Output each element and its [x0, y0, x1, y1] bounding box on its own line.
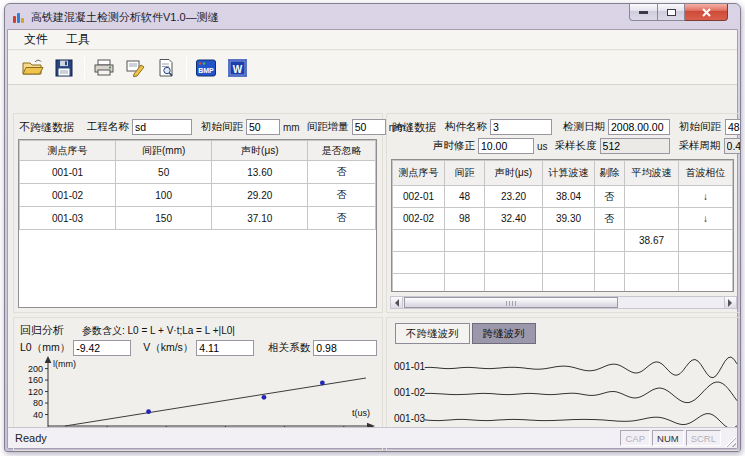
- print-setup-button[interactable]: [122, 55, 148, 81]
- table-cell[interactable]: 50: [116, 161, 212, 184]
- column-header[interactable]: 间距: [445, 161, 485, 186]
- sample-period-input[interactable]: [724, 138, 741, 154]
- table-cell[interactable]: 001-03: [20, 207, 116, 230]
- table-cell[interactable]: 150: [116, 207, 212, 230]
- column-header[interactable]: 声时(μs): [212, 141, 308, 161]
- table-cell[interactable]: [733, 208, 735, 230]
- crossed-table-hscrollbar[interactable]: [390, 296, 737, 309]
- table-cell[interactable]: 23.20: [485, 186, 543, 208]
- table-cell[interactable]: [543, 274, 595, 293]
- table-cell[interactable]: [679, 230, 733, 252]
- crossed-init-spacing-input[interactable]: [725, 119, 741, 135]
- inspect-date-input[interactable]: [608, 119, 670, 135]
- menu-tools[interactable]: 工具: [59, 29, 97, 50]
- table-cell[interactable]: [733, 274, 735, 293]
- table-cell[interactable]: [445, 252, 485, 274]
- table-row[interactable]: 38.67: [393, 230, 735, 252]
- save-button[interactable]: [51, 55, 77, 81]
- table-cell[interactable]: [393, 252, 445, 274]
- column-header[interactable]: 首波相位: [679, 161, 733, 186]
- table-row[interactable]: 001-0315037.10否: [20, 207, 376, 230]
- column-header[interactable]: 选定: [733, 161, 735, 186]
- table-row[interactable]: [393, 274, 735, 293]
- table-cell[interactable]: [625, 252, 679, 274]
- increment-input[interactable]: [352, 119, 386, 135]
- scroll-left-button[interactable]: [391, 297, 403, 308]
- table-cell[interactable]: [485, 230, 543, 252]
- table-cell[interactable]: 否: [308, 184, 376, 207]
- table-cell[interactable]: [485, 252, 543, 274]
- table-cell[interactable]: 38.04: [543, 186, 595, 208]
- scrollbar-thumb[interactable]: [404, 297, 618, 308]
- export-bmp-button[interactable]: BMP: [193, 55, 219, 81]
- table-row[interactable]: 001-0210029.20否: [20, 184, 376, 207]
- table-cell[interactable]: 39.30: [543, 208, 595, 230]
- table-cell[interactable]: 32.40: [485, 208, 543, 230]
- table-cell[interactable]: [595, 252, 625, 274]
- table-cell[interactable]: [393, 230, 445, 252]
- table-cell[interactable]: 98: [445, 208, 485, 230]
- tab-uncrossed-waves[interactable]: 不跨缝波列: [395, 323, 470, 344]
- column-header[interactable]: 测点序号: [393, 161, 445, 186]
- table-cell[interactable]: 否: [595, 186, 625, 208]
- table-cell[interactable]: [733, 252, 735, 274]
- close-button[interactable]: [685, 4, 728, 21]
- column-header[interactable]: 测点序号: [20, 141, 116, 161]
- table-cell[interactable]: 48: [445, 186, 485, 208]
- table-cell[interactable]: 001-02: [20, 184, 116, 207]
- table-cell[interactable]: [595, 274, 625, 293]
- table-cell[interactable]: 29.20: [212, 184, 308, 207]
- open-file-button[interactable]: [20, 55, 46, 81]
- menu-file[interactable]: 文件: [17, 29, 55, 50]
- column-header[interactable]: 计算波速: [543, 161, 595, 186]
- print-button[interactable]: [91, 55, 117, 81]
- init-spacing-input[interactable]: [246, 119, 280, 135]
- column-header[interactable]: 剔除: [595, 161, 625, 186]
- column-header[interactable]: 平均波速: [625, 161, 679, 186]
- table-cell[interactable]: 否: [308, 161, 376, 184]
- table-cell[interactable]: [679, 252, 733, 274]
- table-cell[interactable]: 002-01: [393, 186, 445, 208]
- project-name-input[interactable]: [132, 119, 192, 135]
- table-cell[interactable]: 38.67: [625, 230, 679, 252]
- minimize-button[interactable]: [629, 4, 658, 21]
- uncrossed-table[interactable]: 测点序号间距(mm)声时(μs)是否忽略001-015013.60否001-02…: [19, 140, 376, 230]
- table-cell[interactable]: 100: [116, 184, 212, 207]
- table-cell[interactable]: [733, 186, 735, 208]
- print-preview-button[interactable]: [153, 55, 179, 81]
- table-row[interactable]: 002-014823.2038.04否↓: [393, 186, 735, 208]
- table-cell[interactable]: 13.60: [212, 161, 308, 184]
- column-header[interactable]: 是否忽略: [308, 141, 376, 161]
- table-cell[interactable]: 否: [595, 208, 625, 230]
- table-cell[interactable]: [393, 274, 445, 293]
- table-cell[interactable]: [445, 274, 485, 293]
- table-cell[interactable]: [679, 274, 733, 293]
- table-cell[interactable]: [625, 186, 679, 208]
- scroll-right-button[interactable]: [724, 297, 736, 308]
- crossed-table[interactable]: 测点序号间距声时(μs)计算波速剔除平均波速首波相位选定平均波速002-0148…: [392, 160, 734, 292]
- table-cell[interactable]: [625, 274, 679, 293]
- table-cell[interactable]: 否: [308, 207, 376, 230]
- table-cell[interactable]: [445, 230, 485, 252]
- table-cell[interactable]: 002-02: [393, 208, 445, 230]
- table-cell[interactable]: 001-01: [20, 161, 116, 184]
- table-row[interactable]: 001-015013.60否: [20, 161, 376, 184]
- tab-crossed-waves[interactable]: 跨缝波列: [472, 323, 536, 344]
- time-correction-input[interactable]: [478, 138, 534, 154]
- table-row[interactable]: 002-029832.4039.30否↓: [393, 208, 735, 230]
- sample-length-input[interactable]: [600, 138, 670, 154]
- export-word-button[interactable]: W: [224, 55, 250, 81]
- table-cell[interactable]: ↓: [679, 208, 733, 230]
- table-cell[interactable]: [733, 230, 735, 252]
- column-header[interactable]: 间距(mm): [116, 141, 212, 161]
- table-cell[interactable]: [543, 230, 595, 252]
- title-bar[interactable]: 高铁建混凝土检测分析软件V1.0—测缝: [5, 4, 740, 30]
- table-cell[interactable]: ↓: [679, 186, 733, 208]
- component-name-input[interactable]: [490, 119, 552, 135]
- table-cell[interactable]: 37.10: [212, 207, 308, 230]
- table-cell[interactable]: [625, 208, 679, 230]
- resize-grip[interactable]: [723, 434, 736, 447]
- table-row[interactable]: [393, 252, 735, 274]
- maximize-button[interactable]: [658, 4, 685, 21]
- table-cell[interactable]: [543, 252, 595, 274]
